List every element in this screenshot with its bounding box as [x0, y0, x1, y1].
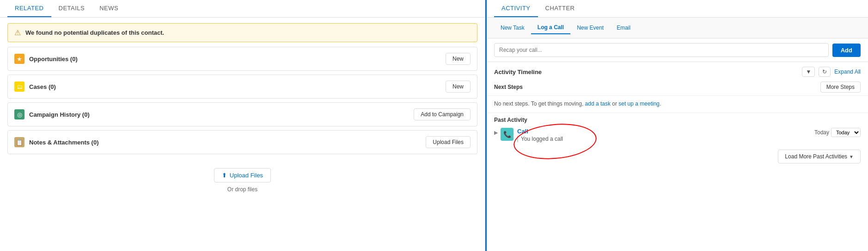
tab-details[interactable]: DETAILS: [51, 0, 92, 17]
call-title[interactable]: Call: [517, 128, 814, 135]
left-panel: RELATED DETAILS NEWS ⚠ We found no poten…: [0, 0, 485, 251]
next-steps-label: Next Steps: [494, 84, 523, 90]
left-tabs: RELATED DETAILS NEWS: [0, 0, 485, 18]
next-steps-header: Next Steps More Steps: [487, 79, 868, 96]
upload-btn-label: Upload Files: [230, 172, 263, 179]
refresh-button[interactable]: ↻: [819, 67, 831, 77]
call-subtitle: You logged a call: [517, 136, 814, 142]
cases-icon: 🗂: [14, 82, 24, 92]
alert-text: We found no potential duplicates of this…: [25, 29, 164, 36]
campaign-title: Campaign History (0): [29, 111, 90, 118]
tab-chatter[interactable]: CHATTER: [538, 0, 582, 17]
more-steps-button[interactable]: More Steps: [820, 82, 861, 93]
opportunities-new-button[interactable]: New: [446, 53, 471, 65]
notes-title: Notes & Attachments (0): [29, 139, 98, 146]
call-icon-wrap: 📞: [501, 128, 513, 141]
load-more-button[interactable]: Load More Past Activities ▼: [778, 150, 861, 163]
call-date-text: Today: [814, 129, 829, 136]
notes-section: 📋 Notes & Attachments (0) Upload Files: [7, 130, 477, 154]
upload-area: ⬆ Upload Files Or drop files: [7, 168, 477, 193]
right-tabs: ACTIVITY CHATTER: [487, 0, 868, 18]
opportunities-icon: ★: [14, 54, 24, 64]
opportunities-title: Opportunities (0): [29, 56, 78, 63]
add-to-campaign-button[interactable]: Add to Campaign: [414, 108, 471, 120]
upload-files-button[interactable]: Upload Files: [426, 136, 471, 148]
opportunities-section: ★ Opportunities (0) New: [7, 47, 477, 71]
upload-icon: ⬆: [222, 172, 227, 179]
load-more-wrap: Load More Past Activities ▼: [487, 145, 868, 168]
left-panel-body: ⚠ We found no potential duplicates of th…: [0, 18, 485, 251]
notes-icon: 📋: [14, 137, 24, 147]
load-more-arrow-icon: ▼: [849, 154, 854, 159]
phone-icon: 📞: [503, 131, 511, 138]
expand-all-button[interactable]: Expand All: [834, 69, 861, 75]
duplicate-alert: ⚠ We found no potential duplicates of th…: [7, 23, 477, 42]
load-more-label: Load More Past Activities: [785, 153, 847, 160]
cases-title: Cases (0): [29, 83, 56, 90]
log-call-tab[interactable]: Log a Call: [531, 21, 570, 34]
filter-button[interactable]: ▼: [802, 67, 815, 77]
campaign-icon: ◎: [14, 109, 24, 119]
call-date-dropdown[interactable]: Today: [831, 128, 861, 137]
activity-sub-tabs: New Task Log a Call New Event Email: [487, 18, 868, 38]
call-date: Today Today: [814, 128, 861, 137]
no-steps-text: No next steps. To get things moving, add…: [487, 96, 868, 113]
tab-activity[interactable]: ACTIVITY: [494, 0, 538, 17]
expand-arrow-icon[interactable]: ▶: [494, 130, 498, 136]
recap-input[interactable]: [494, 43, 829, 57]
tab-news[interactable]: NEWS: [92, 0, 126, 17]
past-activity-header: Past Activity: [487, 113, 868, 125]
log-call-area: Add: [487, 38, 868, 62]
add-task-link[interactable]: add a task: [585, 100, 611, 107]
campaign-section: ◎ Campaign History (0) Add to Campaign: [7, 102, 477, 126]
upload-files-center-button[interactable]: ⬆ Upload Files: [214, 168, 271, 182]
set-up-meeting-link[interactable]: set up a meeting: [618, 100, 660, 107]
tab-related[interactable]: RELATED: [7, 0, 51, 17]
cases-section: 🗂 Cases (0) New: [7, 75, 477, 99]
timeline-title: Activity Timeline: [494, 69, 542, 75]
right-panel: ACTIVITY CHATTER New Task Log a Call New…: [485, 0, 868, 251]
timeline-header: Activity Timeline ▼ ↻ Expand All: [487, 62, 868, 79]
add-button[interactable]: Add: [832, 44, 861, 57]
call-item: ▶ 📞 Call You logged a call Today Today: [487, 125, 868, 145]
alert-icon: ⚠: [14, 28, 21, 37]
or-drop-text: Or drop files: [227, 186, 257, 193]
new-event-tab[interactable]: New Event: [570, 21, 610, 34]
email-tab[interactable]: Email: [610, 21, 637, 34]
new-task-tab[interactable]: New Task: [494, 21, 531, 34]
cases-new-button[interactable]: New: [446, 81, 471, 93]
